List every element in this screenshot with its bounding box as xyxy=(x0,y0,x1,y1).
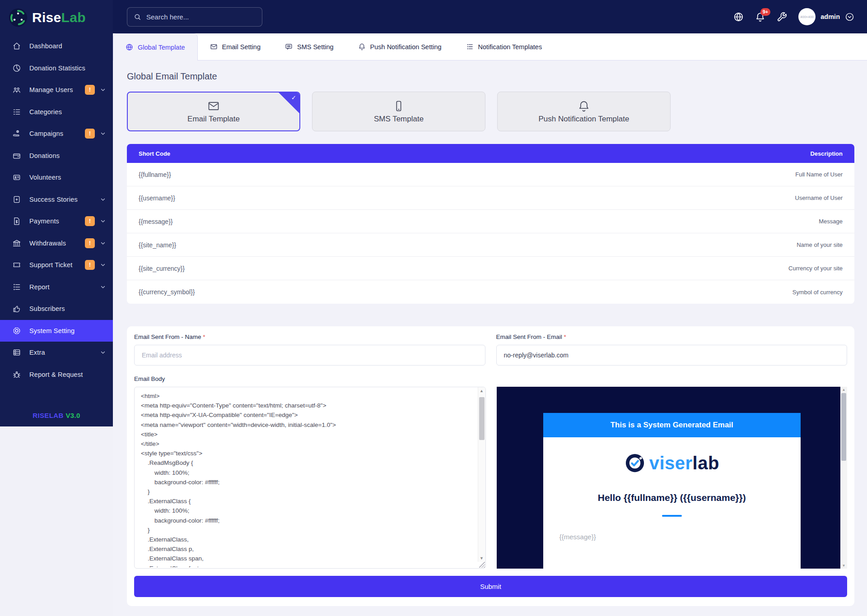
submit-button[interactable]: Submit xyxy=(134,576,847,597)
user-menu[interactable]: 400×400 admin xyxy=(798,8,854,25)
topbar-actions: 9+ 400×400 admin xyxy=(733,8,854,25)
report-list-icon xyxy=(12,283,22,292)
sidebar-item-manage-users[interactable]: Manage Users ! xyxy=(0,79,113,101)
sidebar-item-success-stories[interactable]: Success Stories xyxy=(0,189,113,211)
sent-from-name-input[interactable] xyxy=(134,345,485,366)
sidebar-item-categories[interactable]: Categories xyxy=(0,101,113,123)
sidebar-item-subscribers[interactable]: Subscribers xyxy=(0,298,113,320)
preview-divider xyxy=(662,515,682,517)
bank-icon xyxy=(12,239,22,248)
shortcode-table-header: Short Code Description xyxy=(127,144,854,163)
scroll-up-arrow[interactable]: ▲ xyxy=(478,389,485,393)
email-preview-card: This is a System Generated Email viserla… xyxy=(543,413,801,569)
avatar: 400×400 xyxy=(798,8,816,25)
notification-count-badge: 9+ xyxy=(760,8,771,16)
sidebar-version: RISELAB V3.0 xyxy=(0,412,113,419)
topbar: 9+ 400×400 admin xyxy=(113,0,867,33)
alert-badge: ! xyxy=(85,129,95,139)
categories-icon xyxy=(12,107,22,116)
sidebar-item-dashboard[interactable]: Dashboard xyxy=(0,35,113,57)
sms-template-card[interactable]: SMS Template xyxy=(312,92,485,131)
email-template-form: Email Sent From - Name * Email Sent From… xyxy=(127,326,854,606)
required-asterisk: * xyxy=(203,333,205,340)
notifications-bell-button[interactable]: 9+ xyxy=(755,12,765,22)
settings-tabs: Global Template Email Setting SMS Settin… xyxy=(113,33,867,60)
sidebar-item-donations[interactable]: Donations xyxy=(0,145,113,167)
table-row: {{currency_symbol}} Symbol of currency xyxy=(127,280,854,304)
sidebar-menu: Dashboard Donation Statistics Manage Use… xyxy=(0,35,113,385)
search-box[interactable] xyxy=(127,7,262,27)
table-row: {{fullname}} Full Name of User xyxy=(127,163,854,186)
thumbs-up-icon xyxy=(12,304,22,313)
sidebar-item-system-setting[interactable]: System Setting xyxy=(0,320,113,342)
alert-badge: ! xyxy=(85,85,95,95)
story-plus-icon xyxy=(12,195,22,204)
chevron-down-icon xyxy=(100,87,106,93)
language-globe-button[interactable] xyxy=(733,12,744,22)
list-icon xyxy=(466,43,474,51)
selected-corner xyxy=(279,93,299,113)
archive-rows-icon xyxy=(12,348,22,357)
bug-icon xyxy=(12,370,22,379)
envelope-icon xyxy=(207,100,220,112)
scroll-down-arrow[interactable]: ▼ xyxy=(840,564,847,568)
push-notification-template-card[interactable]: Push Notification Template xyxy=(497,92,671,131)
required-asterisk: * xyxy=(564,333,566,340)
email-body-editor[interactable]: <html> <meta http-equiv="Content-Type" c… xyxy=(134,387,486,569)
sidebar-item-extra[interactable]: Extra xyxy=(0,342,113,364)
viserlab-check-icon xyxy=(625,453,645,473)
table-row: {{username}} Username of User xyxy=(127,186,854,210)
preview-greeting: Hello {{fullname}} ({{username}}) xyxy=(543,492,801,503)
preview-scrollbar[interactable]: ▲ ▼ xyxy=(840,387,847,569)
brand-logo[interactable]: RiseLab xyxy=(0,0,113,35)
sent-from-email-label: Email Sent From - Email * xyxy=(496,333,848,340)
users-icon xyxy=(12,85,22,94)
sidebar-item-report-and-request[interactable]: Report & Request xyxy=(0,364,113,386)
chevron-down-icon xyxy=(100,218,106,224)
scroll-up-arrow[interactable]: ▲ xyxy=(840,388,847,392)
scroll-down-arrow[interactable]: ▼ xyxy=(478,556,485,560)
preview-message-placeholder: {{message}} xyxy=(559,533,784,541)
tab-push-notification-setting[interactable]: Push Notification Setting xyxy=(346,33,454,60)
sms-bubble-icon xyxy=(285,43,293,51)
sidebar-item-donation-statistics[interactable]: Donation Statistics xyxy=(0,57,113,79)
tab-email-setting[interactable]: Email Setting xyxy=(198,33,273,60)
volunteer-card-icon xyxy=(12,173,22,182)
tab-sms-setting[interactable]: SMS Setting xyxy=(273,33,346,60)
check-icon: ✓ xyxy=(291,94,296,101)
tab-notification-templates[interactable]: Notification Templates xyxy=(454,33,555,60)
ticket-icon xyxy=(12,260,22,269)
sent-from-name-label: Email Sent From - Name * xyxy=(134,333,485,340)
main-content: Global Email Template Email Template ✓ S… xyxy=(113,60,867,616)
sent-from-email-input[interactable] xyxy=(496,345,848,366)
brand-logo-icon xyxy=(8,8,28,28)
editor-scrollbar[interactable]: ▲ ▼ xyxy=(478,387,485,562)
table-row: {{site_currency}} Currency of your site xyxy=(127,257,854,280)
system-email-banner: This is a System Generated Email xyxy=(543,413,801,437)
scrollbar-thumb[interactable] xyxy=(479,397,485,440)
user-name: admin xyxy=(820,13,840,20)
search-input[interactable] xyxy=(146,13,256,21)
sidebar-item-payments[interactable]: Payments ! xyxy=(0,210,113,232)
email-template-card[interactable]: Email Template ✓ xyxy=(127,92,300,131)
column-short-code: Short Code xyxy=(139,150,170,157)
sidebar-item-report[interactable]: Report xyxy=(0,276,113,298)
sidebar: RiseLab Dashboard Donation Statistics Ma… xyxy=(0,0,113,426)
viserlab-logo: viserlab xyxy=(543,453,801,473)
sidebar-item-support-ticket[interactable]: Support Ticket ! xyxy=(0,254,113,276)
chevron-down-icon xyxy=(100,241,106,246)
table-row: {{site_name}} Name of your site xyxy=(127,233,854,257)
sidebar-item-withdrawals[interactable]: Withdrawals ! xyxy=(0,232,113,255)
smartphone-icon xyxy=(392,100,405,112)
email-body-code[interactable]: <html> <meta http-equiv="Content-Type" c… xyxy=(141,391,472,567)
scrollbar-thumb[interactable] xyxy=(841,393,846,461)
globe-icon xyxy=(126,43,133,51)
tab-global-template[interactable]: Global Template xyxy=(113,33,198,60)
chevron-down-icon xyxy=(100,350,106,355)
resize-grip[interactable] xyxy=(479,562,485,568)
email-body-label: Email Body xyxy=(134,375,847,382)
sidebar-item-volunteers[interactable]: Volunteers xyxy=(0,167,113,189)
tools-wrench-button[interactable] xyxy=(777,12,787,22)
envelope-icon xyxy=(210,43,218,51)
sidebar-item-campaigns[interactable]: Campaigns ! xyxy=(0,123,113,145)
